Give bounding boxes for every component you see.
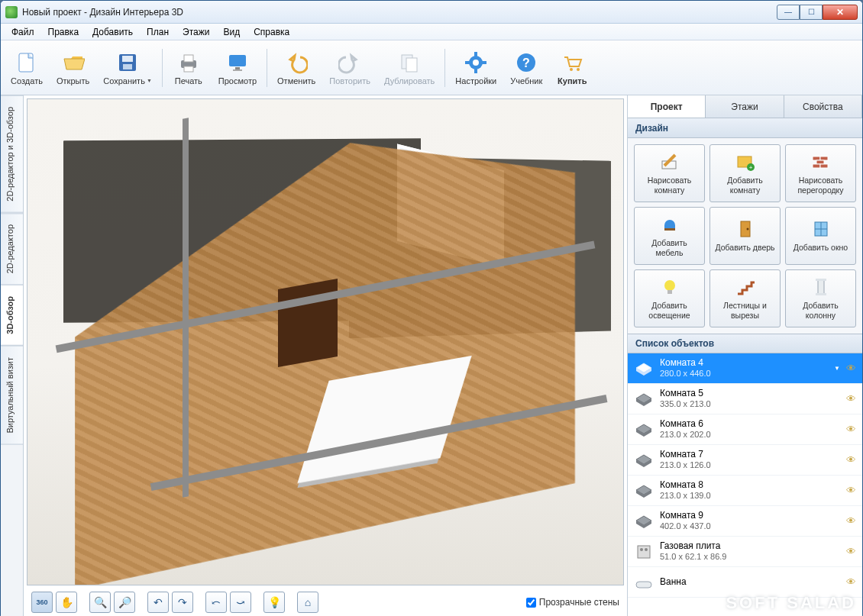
draw-partition-button[interactable]: Нарисовать перегородку xyxy=(785,144,856,202)
preview-label: Просмотр xyxy=(218,76,257,85)
object-row[interactable]: Комната 7213.0 x 126.0👁 xyxy=(628,445,862,476)
svg-rect-16 xyxy=(465,61,470,64)
menu-help[interactable]: Справка xyxy=(247,25,296,39)
object-row[interactable]: Комната 9402.0 x 437.0👁 xyxy=(628,506,862,537)
window-icon xyxy=(810,218,832,240)
duplicate-label: Дублировать xyxy=(384,76,435,85)
svg-rect-40 xyxy=(816,279,826,281)
svg-rect-2 xyxy=(122,56,133,62)
visibility-icon[interactable]: 👁 xyxy=(846,485,856,496)
undo-icon xyxy=(284,50,309,75)
visibility-icon[interactable]: 👁 xyxy=(846,454,856,466)
visibility-icon[interactable]: 👁 xyxy=(846,363,856,374)
svg-rect-39 xyxy=(818,280,824,294)
buy-button[interactable]: Купить xyxy=(549,44,595,92)
svg-point-44 xyxy=(645,548,648,551)
maximize-button[interactable]: ☐ xyxy=(800,5,823,20)
main-area: 2D-редактор и 3D-обзор 2D-редактор 3D-об… xyxy=(1,95,862,616)
add-room-icon: + xyxy=(735,151,756,173)
preview-button[interactable]: Просмотр xyxy=(212,44,263,92)
rotate-cw-button[interactable]: ↷ xyxy=(172,592,193,613)
orbit-360-button[interactable]: 360 xyxy=(31,592,53,613)
undo-button[interactable]: Отменить xyxy=(270,44,322,92)
object-row[interactable]: Газовая плита51.0 x 62.1 x 86.9👁 xyxy=(628,537,862,567)
app-icon xyxy=(5,6,18,18)
transparent-walls-input[interactable] xyxy=(526,598,536,608)
add-window-button[interactable]: Добавить окно xyxy=(785,207,856,265)
save-button[interactable]: Сохранить▼ xyxy=(96,44,159,92)
print-button[interactable]: Печать xyxy=(166,44,212,92)
menu-add[interactable]: Добавить xyxy=(86,25,139,39)
zoom-out-button[interactable]: 🔍 xyxy=(89,592,111,613)
tab-3d-view[interactable]: 3D-обзор xyxy=(1,285,23,346)
add-furniture-button[interactable]: Добавить мебель xyxy=(634,207,705,265)
tab-properties[interactable]: Свойства xyxy=(784,95,862,118)
tab-floors[interactable]: Этажи xyxy=(706,95,784,118)
visibility-icon[interactable]: 👁 xyxy=(846,515,856,527)
minimize-button[interactable]: — xyxy=(777,5,800,20)
tilt-right-button[interactable]: ⤻ xyxy=(230,592,251,613)
transparent-walls-checkbox[interactable]: Прозрачные стены xyxy=(526,597,619,608)
svg-rect-45 xyxy=(636,582,651,588)
draw-room-button[interactable]: Нарисовать комнату xyxy=(634,144,705,202)
stairs-button[interactable]: Лестницы и вырезы xyxy=(709,269,781,327)
close-button[interactable]: ✕ xyxy=(823,5,858,20)
menu-edit[interactable]: Правка xyxy=(42,25,86,39)
separator xyxy=(267,49,267,87)
menu-file[interactable]: Файл xyxy=(5,25,40,39)
chevron-down-icon[interactable]: ▼ xyxy=(834,365,840,372)
duplicate-button[interactable]: Дублировать xyxy=(377,44,441,92)
menu-plan[interactable]: План xyxy=(141,25,175,39)
tilt-left-icon: ⤺ xyxy=(212,596,221,608)
object-row[interactable]: Комната 8213.0 x 139.0👁 xyxy=(628,476,862,506)
tab-2d-editor[interactable]: 2D-редактор xyxy=(1,213,23,285)
menu-floors[interactable]: Этажи xyxy=(176,25,215,39)
add-light-button[interactable]: Добавить освещение xyxy=(634,269,705,327)
pan-button[interactable]: ✋ xyxy=(56,592,77,613)
object-text: Комната 7213.0 x 126.0 xyxy=(660,449,840,471)
object-cube-icon xyxy=(634,452,654,469)
add-room-button[interactable]: +Добавить комнату xyxy=(709,144,781,202)
object-row[interactable]: Комната 6213.0 x 202.0👁 xyxy=(628,414,862,445)
stairs-icon xyxy=(735,276,756,298)
tutorial-button[interactable]: ?Учебник xyxy=(503,44,549,92)
settings-button[interactable]: Настройки xyxy=(448,44,503,92)
redo-label: Повторить xyxy=(329,76,370,85)
objects-list[interactable]: Комната 4280.0 x 446.0▼👁Комната 5335.0 x… xyxy=(628,353,862,616)
print-label: Печать xyxy=(175,76,202,85)
visibility-icon[interactable]: 👁 xyxy=(846,393,856,405)
svg-rect-8 xyxy=(235,67,240,69)
add-door-button[interactable]: Добавить дверь xyxy=(709,207,781,265)
save-dropdown-icon[interactable]: ▼ xyxy=(147,78,152,83)
home-view-button[interactable]: ⌂ xyxy=(297,592,318,613)
save-icon xyxy=(115,50,140,75)
object-row[interactable]: Ванна👁 xyxy=(628,567,862,598)
rotate-ccw-button[interactable]: ↶ xyxy=(147,592,169,613)
open-button[interactable]: Открыть xyxy=(50,44,96,92)
window-title: Новый проект - Дизайн Интерьера 3D xyxy=(22,7,183,18)
add-column-button[interactable]: Добавить колонну xyxy=(785,269,856,327)
object-row[interactable]: Комната 4280.0 x 446.0▼👁 xyxy=(628,353,862,384)
home-icon: ⌂ xyxy=(305,596,311,608)
titlebar[interactable]: Новый проект - Дизайн Интерьера 3D — ☐ ✕ xyxy=(1,1,862,24)
printer-icon xyxy=(176,50,201,75)
redo-button[interactable]: Повторить xyxy=(322,44,377,92)
visibility-icon[interactable]: 👁 xyxy=(846,424,856,435)
new-button[interactable]: Создать xyxy=(4,44,50,92)
tilt-left-button[interactable]: ⤺ xyxy=(205,592,227,613)
3d-viewport[interactable] xyxy=(27,98,624,585)
tab-2d-3d-combo[interactable]: 2D-редактор и 3D-обзор xyxy=(1,95,23,213)
object-row[interactable]: Комната 5335.0 x 213.0👁 xyxy=(628,384,862,414)
object-cube-icon xyxy=(634,574,654,591)
tab-project[interactable]: Проект xyxy=(628,95,706,118)
design-header: Дизайн xyxy=(628,118,862,138)
svg-point-20 xyxy=(570,68,573,71)
visibility-icon[interactable]: 👁 xyxy=(846,546,856,557)
zoom-in-button[interactable]: 🔎 xyxy=(114,592,135,613)
menu-view[interactable]: Вид xyxy=(217,25,246,39)
lighting-button[interactable]: 💡 xyxy=(263,592,285,613)
tab-virtual-visit[interactable]: Виртуальный визит xyxy=(1,346,23,445)
menubar: Файл Правка Добавить План Этажи Вид Спра… xyxy=(1,24,862,40)
visibility-icon[interactable]: 👁 xyxy=(846,576,856,588)
app-window: Новый проект - Дизайн Интерьера 3D — ☐ ✕… xyxy=(0,0,863,616)
